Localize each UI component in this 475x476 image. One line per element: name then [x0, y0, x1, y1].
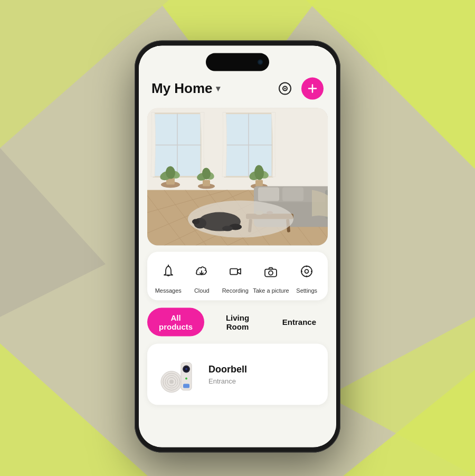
svg-point-84 [169, 379, 174, 384]
action-take-picture[interactable]: Take a picture [253, 260, 289, 294]
home-title[interactable]: My Home ▾ [151, 80, 220, 97]
settings-label: Settings [296, 286, 317, 294]
plus-icon [307, 83, 318, 94]
header-icons [274, 77, 324, 99]
svg-point-74 [301, 266, 312, 276]
svg-rect-57 [282, 187, 303, 201]
actions-card: Messages Cloud [147, 251, 328, 300]
dynamic-island [206, 53, 269, 71]
cloud-label: Cloud [194, 286, 210, 294]
chevron-down-icon: ▾ [216, 83, 220, 94]
tab-all-products[interactable]: All products [147, 307, 204, 336]
product-card-doorbell[interactable]: Doorbell Entrance [147, 343, 328, 405]
doorbell-image [158, 353, 200, 395]
phone-frame: My Home ▾ [135, 40, 340, 452]
recording-label: Recording [222, 286, 249, 294]
svg-rect-56 [258, 187, 279, 201]
add-button[interactable] [301, 77, 324, 99]
camera-icon [260, 260, 282, 282]
svg-point-76 [306, 265, 308, 267]
action-messages[interactable]: Messages [153, 260, 184, 294]
app-content: My Home ▾ [139, 45, 336, 447]
svg-point-88 [185, 368, 187, 370]
action-settings[interactable]: Settings [291, 260, 322, 294]
svg-rect-44 [203, 180, 210, 186]
bell-icon [157, 260, 179, 282]
svg-rect-49 [255, 180, 263, 186]
take-picture-label: Take a picture [253, 286, 289, 294]
home-label: My Home [151, 80, 213, 97]
svg-point-68 [222, 226, 233, 231]
action-cloud[interactable]: Cloud [186, 260, 217, 294]
svg-point-75 [305, 269, 309, 273]
settings-ring-button[interactable] [274, 77, 296, 99]
product-info: Doorbell Entrance [208, 363, 317, 385]
tab-living-room[interactable]: Living Room [211, 307, 264, 336]
messages-label: Messages [155, 286, 182, 294]
target-icon [278, 81, 292, 96]
svg-point-11 [284, 88, 286, 89]
svg-point-77 [306, 275, 308, 277]
svg-point-78 [301, 270, 302, 272]
svg-point-90 [185, 377, 187, 379]
tab-entrance[interactable]: Entrance [271, 312, 328, 332]
recording-icon [224, 260, 246, 282]
products-section: Doorbell Entrance [139, 343, 336, 405]
svg-rect-89 [183, 384, 189, 388]
svg-point-73 [269, 270, 273, 275]
settings-icon [296, 260, 318, 282]
camera-feed[interactable] [147, 108, 328, 245]
action-recording[interactable]: Recording [220, 260, 251, 294]
camera-dot [258, 59, 263, 64]
room-scene [147, 108, 328, 245]
svg-rect-71 [230, 268, 238, 274]
svg-point-66 [192, 219, 200, 224]
cloud-icon [191, 260, 213, 282]
product-location: Entrance [208, 377, 317, 385]
svg-point-79 [311, 270, 312, 272]
product-name: Doorbell [208, 363, 317, 375]
filter-tabs: All products Living Room Entrance [139, 307, 336, 343]
